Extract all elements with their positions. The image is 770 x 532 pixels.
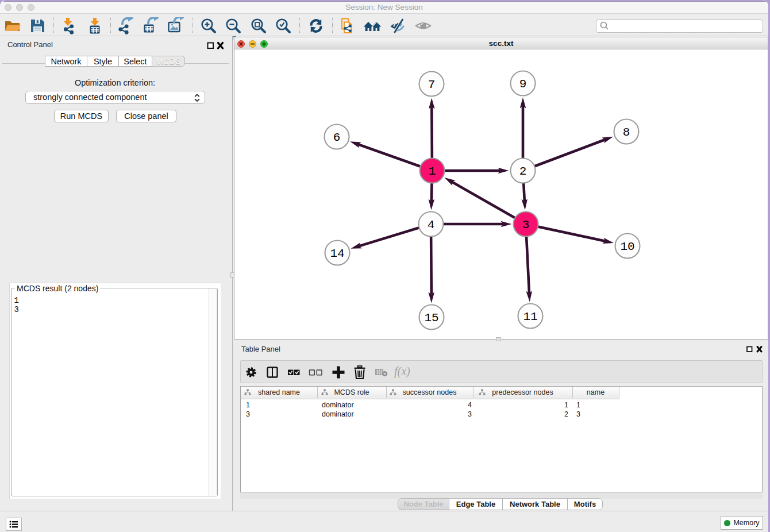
svg-text:3: 3 xyxy=(522,218,530,232)
svg-text:2: 2 xyxy=(519,165,527,178)
svg-text:1: 1 xyxy=(429,165,436,178)
svg-text:7: 7 xyxy=(428,78,436,91)
svg-text:6: 6 xyxy=(333,131,341,144)
svg-text:8: 8 xyxy=(623,126,630,139)
svg-text:9: 9 xyxy=(519,78,527,91)
svg-text:14: 14 xyxy=(330,247,344,260)
svg-text:15: 15 xyxy=(424,311,438,325)
svg-text:4: 4 xyxy=(428,218,435,232)
svg-text:11: 11 xyxy=(523,310,537,323)
svg-text:10: 10 xyxy=(620,240,634,253)
